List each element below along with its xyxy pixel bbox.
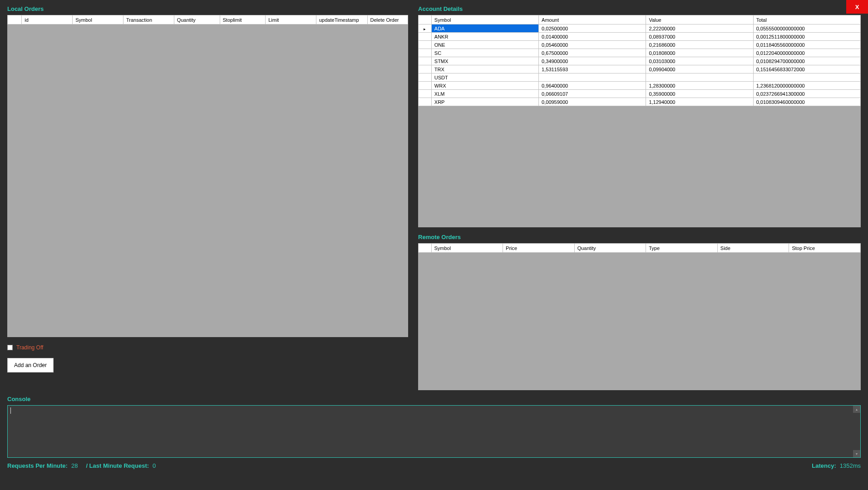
table-row[interactable]: XLM0,066091070,359000000,023726694130000… [419,90,861,98]
trading-toggle-label: Trading Off [16,344,43,351]
cell-symbol[interactable]: ONE [431,41,538,49]
col-stop-price[interactable]: Stop Price [789,244,861,253]
table-row[interactable]: ONE0,054600000,216860000,011840556000000… [419,41,861,49]
cell-amount[interactable] [539,74,646,82]
col-amount[interactable]: Amount [539,15,646,24]
cell-total[interactable]: 1,2368120000000000 [753,82,860,90]
table-row[interactable]: STMX0,349000000,031030000,01082947000000… [419,57,861,65]
table-row[interactable]: USDT [419,74,861,82]
cell-value[interactable]: 1,28300000 [646,82,753,90]
row-selector[interactable] [419,49,432,57]
col-transaction[interactable]: Transaction [123,15,174,24]
status-bar: Requests Per Minute: 28 / Last Minute Re… [7,462,861,469]
cell-value[interactable]: 0,21686000 [646,41,753,49]
col-limit[interactable]: Limit [266,15,316,24]
latency-label: Latency: [812,462,836,469]
latency-value: 1352ms [840,462,861,469]
cell-amount[interactable]: 0,00959000 [539,98,646,106]
cell-symbol[interactable]: ANKR [431,33,538,41]
table-row[interactable]: WRX0,964000001,283000001,236812000000000… [419,82,861,90]
cell-value[interactable]: 0,03103000 [646,57,753,65]
table-row[interactable]: SC0,675000000,018080000,0122040000000000 [419,49,861,57]
close-button[interactable]: X [846,0,868,14]
cell-value[interactable]: 0,08937000 [646,33,753,41]
col-stoplimit[interactable]: Stoplimit [220,15,266,24]
cell-total[interactable]: 0,0108309460000000 [753,98,860,106]
cell-value[interactable]: 1,12940000 [646,98,753,106]
col-quantity[interactable]: Quantity [174,15,220,24]
col-id[interactable]: id [22,15,73,24]
row-selector[interactable] [419,65,432,74]
cell-amount[interactable]: 0,02500000 [539,24,646,33]
cell-total[interactable]: 0,0012511800000000 [753,33,860,41]
cell-amount[interactable]: 1,53115593 [539,65,646,74]
cell-total[interactable] [753,74,860,82]
add-order-button[interactable]: Add an Order [7,358,54,372]
cell-total[interactable]: 0,0118405560000000 [753,41,860,49]
cell-amount[interactable]: 0,67500000 [539,49,646,57]
cell-symbol[interactable]: USDT [431,74,538,82]
cell-total[interactable]: 0,0555500000000000 [753,24,860,33]
cell-value[interactable]: 0,01808000 [646,49,753,57]
table-row[interactable]: ▸ADA0,025000002,222000000,05555000000000… [419,24,861,33]
local-orders-grid[interactable]: id Symbol Transaction Quantity Stoplimit… [7,15,408,337]
col-price[interactable]: Price [503,244,575,253]
account-details-title: Account Details [418,5,861,12]
row-selector[interactable] [419,74,432,82]
table-row[interactable]: ANKR0,014000000,089370000,00125118000000… [419,33,861,41]
cell-symbol[interactable]: WRX [431,82,538,90]
scroll-up-icon[interactable]: ▴ [853,406,860,413]
col-type[interactable]: Type [646,244,718,253]
cell-value[interactable]: 0,09904000 [646,65,753,74]
cell-symbol[interactable]: STMX [431,57,538,65]
local-orders-header-row: id Symbol Transaction Quantity Stoplimit… [8,15,408,24]
col-symbol[interactable]: Symbol [431,244,503,253]
col-value[interactable]: Value [646,15,753,24]
row-selector[interactable] [419,57,432,65]
col-total[interactable]: Total [753,15,860,24]
col-quantity[interactable]: Quantity [574,244,646,253]
row-selector[interactable] [419,33,432,41]
trading-checkbox[interactable] [7,345,13,350]
remote-orders-grid[interactable]: Symbol Price Quantity Type Side Stop Pri… [418,243,861,390]
row-selector[interactable]: ▸ [419,24,432,33]
table-row[interactable]: TRX1,531155930,099040000,151645683307200… [419,65,861,74]
cell-symbol[interactable]: XRP [431,98,538,106]
console-title: Console [7,396,861,402]
trading-toggle[interactable]: Trading Off [7,344,408,351]
console-textarea[interactable]: ▴ ▾ [7,405,861,458]
table-row[interactable]: XRP0,009590001,129400000,010830946000000… [419,98,861,106]
col-side[interactable]: Side [717,244,789,253]
row-selector[interactable] [419,90,432,98]
cell-symbol[interactable]: SC [431,49,538,57]
row-pointer-icon: ▸ [424,27,426,31]
cell-amount[interactable]: 0,05460000 [539,41,646,49]
cell-value[interactable]: 0,35900000 [646,90,753,98]
row-selector[interactable] [419,98,432,106]
cell-symbol[interactable]: ADA [431,24,538,33]
cell-value[interactable] [646,74,753,82]
requests-per-minute-label: Requests Per Minute: [7,462,68,469]
close-icon: X [855,4,859,10]
cell-value[interactable]: 2,22200000 [646,24,753,33]
cell-amount[interactable]: 0,01400000 [539,33,646,41]
row-selector[interactable] [419,82,432,90]
cell-amount[interactable]: 0,96400000 [539,82,646,90]
account-details-grid[interactable]: Symbol Amount Value Total ▸ADA0,02500000… [418,15,861,227]
col-updatetimestamp[interactable]: updateTimestamp [316,15,368,24]
scroll-down-icon[interactable]: ▾ [853,450,860,457]
col-deleteorder[interactable]: Delete Order [367,15,408,24]
cell-symbol[interactable]: XLM [431,90,538,98]
row-selector[interactable] [419,41,432,49]
console-scrollbar[interactable]: ▴ ▾ [853,406,860,457]
cell-total[interactable]: 0,0122040000000000 [753,49,860,57]
cell-symbol[interactable]: TRX [431,65,538,74]
cell-total[interactable]: 0,0237266941300000 [753,90,860,98]
cell-amount[interactable]: 0,06609107 [539,90,646,98]
cell-total[interactable]: 0,0108294700000000 [753,57,860,65]
col-symbol[interactable]: Symbol [431,15,538,24]
row-selector-header [419,244,431,253]
col-symbol[interactable]: Symbol [73,15,123,24]
cell-amount[interactable]: 0,34900000 [539,57,646,65]
cell-total[interactable]: 0,1516456833072000 [753,65,860,74]
